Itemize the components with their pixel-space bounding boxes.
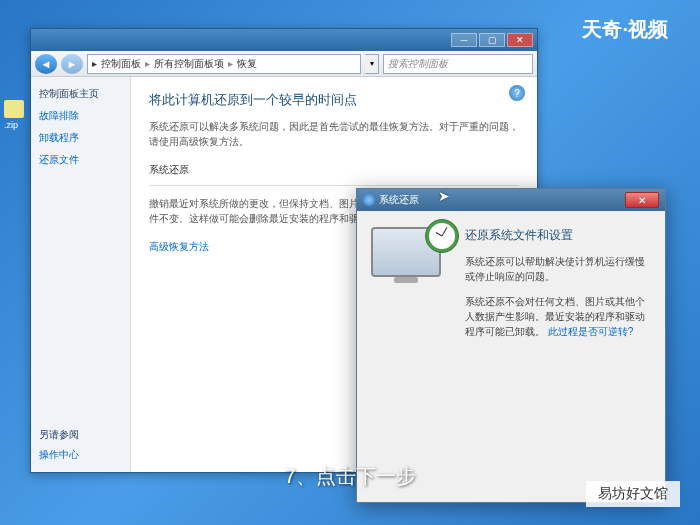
subtitle-overlay: 7、点击下一步 — [284, 463, 415, 490]
sidebar-home[interactable]: 控制面板主页 — [39, 87, 122, 101]
sidebar-item-uninstall[interactable]: 卸载程序 — [39, 131, 122, 145]
page-title: 将此计算机还原到一个较早的时间点 — [149, 91, 519, 109]
dialog-title-text: 系统还原 — [379, 193, 419, 207]
restore-graphic — [371, 227, 451, 307]
sidebar-item-troubleshoot[interactable]: 故障排除 — [39, 109, 122, 123]
dialog-p2: 系统还原不会对任何文档、图片或其他个人数据产生影响。最近安装的程序和驱动程序可能… — [465, 294, 651, 339]
watermark-bottom-right: 易坊好文馆 — [586, 481, 680, 507]
dialog-heading: 还原系统文件和设置 — [465, 227, 651, 244]
restore-icon — [363, 194, 375, 206]
maximize-button[interactable]: ▢ — [479, 33, 505, 47]
system-restore-dialog: 系统还原 ✕ 还原系统文件和设置 系统还原可以帮助解决使计算机运行缓慢或停止响应… — [356, 188, 666, 503]
reversible-link[interactable]: 此过程是否可逆转? — [548, 326, 634, 337]
sidebar-action-center[interactable]: 操作中心 — [39, 448, 122, 462]
address-bar[interactable]: ▸ 控制面板 ▸ 所有控制面板项 ▸ 恢复 — [87, 54, 361, 74]
breadcrumb-3[interactable]: 恢复 — [237, 57, 257, 71]
close-button[interactable]: ✕ — [507, 33, 533, 47]
breadcrumb-2[interactable]: 所有控制面板项 — [154, 57, 224, 71]
see-also-label: 另请参阅 — [39, 428, 122, 442]
sidebar-item-restore-files[interactable]: 还原文件 — [39, 153, 122, 167]
watermark-top-right: 天奇·视频 — [582, 16, 668, 43]
clock-icon — [425, 219, 459, 253]
back-button[interactable]: ◄ — [35, 54, 57, 74]
sidebar: 控制面板主页 故障排除 卸载程序 还原文件 另请参阅 操作中心 — [31, 77, 131, 472]
nav-toolbar: ◄ ► ▸ 控制面板 ▸ 所有控制面板项 ▸ 恢复 ▾ 搜索控制面板 — [31, 51, 537, 77]
help-icon[interactable]: ? — [509, 85, 525, 101]
search-input[interactable]: 搜索控制面板 — [383, 54, 533, 74]
page-description: 系统还原可以解决多系统问题，因此是首先尝试的最佳恢复方法。对于严重的问题，请使用… — [149, 119, 519, 149]
forward-button[interactable]: ► — [61, 54, 83, 74]
minimize-button[interactable]: ─ — [451, 33, 477, 47]
breadcrumb-1[interactable]: 控制面板 — [101, 57, 141, 71]
dialog-titlebar: 系统还原 ✕ — [357, 189, 665, 211]
dialog-p1: 系统还原可以帮助解决使计算机运行缓慢或停止响应的问题。 — [465, 254, 651, 284]
titlebar: ─ ▢ ✕ — [31, 29, 537, 51]
divider — [149, 185, 519, 186]
folder-icon: ▸ — [92, 58, 97, 69]
section-title: 系统还原 — [149, 163, 519, 177]
dialog-close-button[interactable]: ✕ — [625, 192, 659, 208]
address-dropdown[interactable]: ▾ — [365, 54, 379, 74]
desktop-zip-icon[interactable]: .zip — [4, 100, 24, 120]
